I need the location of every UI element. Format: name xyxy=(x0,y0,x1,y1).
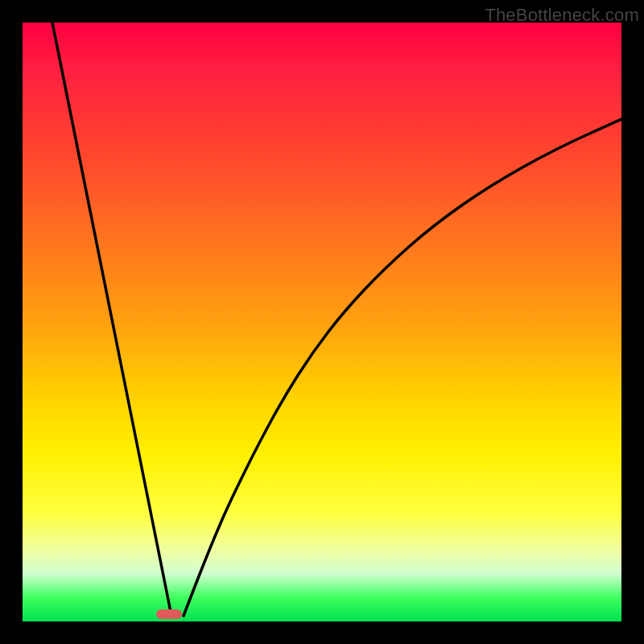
left-branch-line xyxy=(52,23,171,616)
plot-area xyxy=(23,23,621,621)
curve-svg xyxy=(23,23,621,621)
right-branch-line xyxy=(184,119,621,616)
minimum-marker xyxy=(156,609,182,619)
watermark-text: TheBottleneck.com xyxy=(485,5,639,26)
